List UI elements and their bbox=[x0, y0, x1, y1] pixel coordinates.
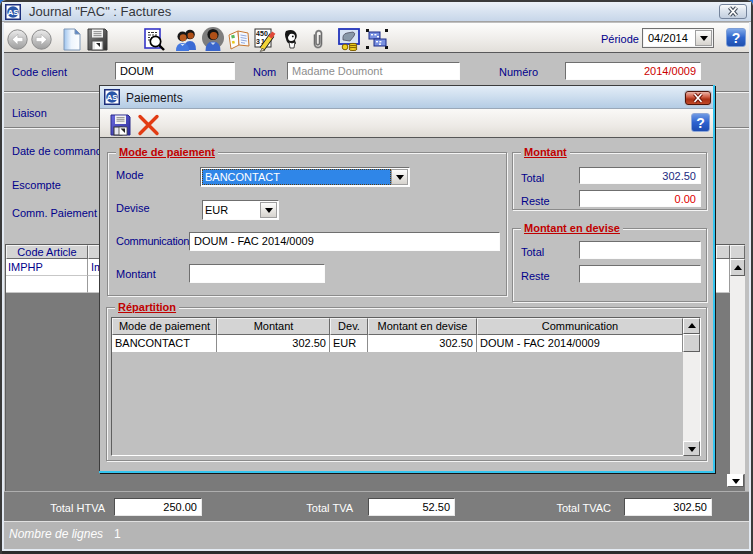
svg-text:AS: AS bbox=[106, 93, 118, 102]
svg-text:450: 450 bbox=[256, 30, 268, 37]
svg-text:AS: AS bbox=[7, 8, 19, 17]
